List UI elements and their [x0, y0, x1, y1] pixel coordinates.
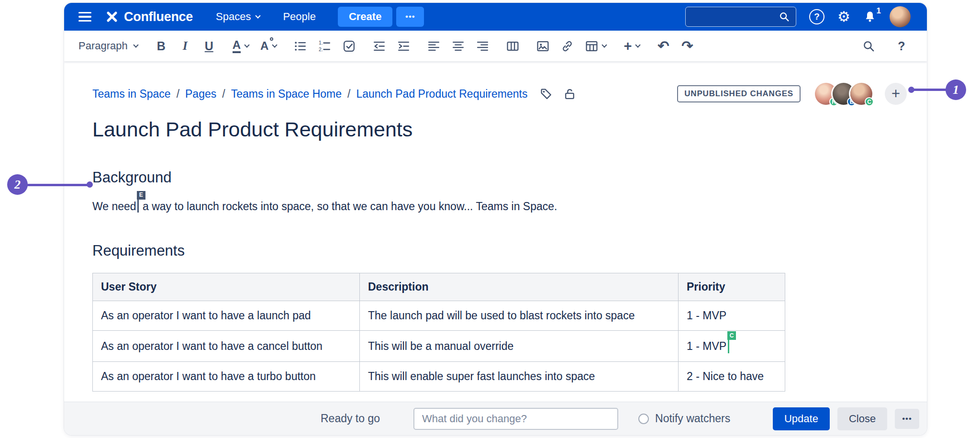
requirements-table: User Story Description Priority As an op…: [92, 273, 785, 392]
gear-icon: ⚙: [837, 9, 850, 24]
collaborator-badge: C: [865, 97, 874, 106]
insert-table-button[interactable]: [585, 37, 606, 55]
people-link[interactable]: People: [283, 11, 316, 23]
insert-more-button[interactable]: +: [624, 37, 640, 55]
spaces-menu[interactable]: Spaces: [216, 11, 260, 23]
breadcrumb-separator: /: [216, 88, 231, 101]
chevron-down-icon: [602, 42, 607, 47]
task-list-button[interactable]: [343, 37, 356, 55]
breadcrumb-link-current[interactable]: Launch Pad Product Requirements: [356, 88, 527, 101]
undo-icon: ↶: [657, 39, 669, 53]
insert-image-button[interactable]: [536, 37, 549, 55]
collaborator-cursor-c: C: [728, 339, 729, 353]
notify-watchers-label[interactable]: Notify watchers: [655, 412, 730, 425]
editor-help-button[interactable]: ?: [895, 37, 908, 55]
table-cell[interactable]: This will be a manual override: [360, 331, 679, 362]
bullet-list-button[interactable]: [294, 37, 307, 55]
footer-more-button[interactable]: •••: [895, 409, 919, 429]
paragraph-style-dropdown[interactable]: Paragraph: [78, 37, 138, 55]
change-comment-input[interactable]: [413, 408, 618, 430]
requirements-heading[interactable]: Requirements: [92, 242, 899, 259]
update-button[interactable]: Update: [773, 407, 830, 430]
user-avatar[interactable]: [890, 6, 911, 27]
align-center-button[interactable]: [452, 37, 465, 55]
create-button[interactable]: Create: [338, 7, 392, 27]
bullet-list-icon: [294, 40, 307, 53]
notify-watchers-checkbox[interactable]: [638, 414, 649, 424]
table-cell[interactable]: This will enable super fast launches int…: [360, 362, 679, 392]
page-title[interactable]: Launch Pad Product Requirements: [92, 118, 899, 141]
table-cell[interactable]: As an operator I want to have a launch p…: [93, 301, 360, 331]
collaborator-avatar[interactable]: C: [850, 83, 872, 105]
breadcrumb-link-home[interactable]: Teams in Space Home: [231, 88, 342, 101]
notifications-button[interactable]: 1: [863, 10, 877, 23]
invite-editors-button[interactable]: +: [885, 83, 907, 105]
annotation-marker-1: 1: [946, 79, 966, 100]
collaborator-avatars: R E C: [815, 83, 872, 105]
plus-icon: +: [624, 39, 632, 53]
indent-button[interactable]: [397, 37, 410, 55]
insert-link-button[interactable]: [561, 37, 574, 55]
underline-button[interactable]: U: [203, 37, 215, 55]
hamburger-icon: [78, 12, 91, 14]
table-cell[interactable]: The launch pad will be used to blast roc…: [360, 301, 679, 331]
table-cell[interactable]: 2 - Nice to have: [679, 362, 785, 392]
menu-button[interactable]: [78, 12, 91, 22]
confluence-home-button[interactable]: [106, 11, 118, 23]
header-search[interactable]: [685, 7, 796, 27]
table-row: As an operator I want to have a turbo bu…: [93, 362, 785, 392]
unpublished-changes-badge: UNPUBLISHED CHANGES: [677, 85, 801, 102]
redo-icon: ↷: [681, 39, 693, 53]
search-icon: [862, 40, 875, 53]
italic-button[interactable]: I: [179, 37, 191, 55]
text-styles-button[interactable]: A: [260, 37, 277, 55]
align-right-button[interactable]: [476, 37, 489, 55]
collaborator-cursor-label: E: [137, 191, 145, 200]
bold-button[interactable]: B: [155, 37, 167, 55]
table-cell[interactable]: 1 - MVPC: [679, 331, 785, 362]
outdent-button[interactable]: [373, 37, 386, 55]
page-layout-button[interactable]: [506, 37, 519, 55]
table-cell[interactable]: As an operator I want to have a cancel b…: [93, 331, 360, 362]
bell-icon: [863, 10, 877, 23]
save-status-text: Ready to go: [321, 412, 380, 425]
table-header-row: User Story Description Priority: [93, 273, 785, 301]
breadcrumb-link-space[interactable]: Teams in Space: [92, 88, 171, 101]
editor-toolbar: Paragraph B I U A A: [64, 31, 927, 61]
columns-layout-icon: [506, 40, 519, 53]
text-color-button[interactable]: A: [233, 37, 249, 55]
background-heading[interactable]: Background: [92, 169, 899, 186]
column-header[interactable]: Priority: [679, 273, 785, 301]
labels-button[interactable]: [540, 88, 553, 101]
close-button[interactable]: Close: [837, 407, 887, 430]
create-more-button[interactable]: •••: [396, 7, 424, 27]
restrictions-button[interactable]: [563, 88, 576, 101]
column-header[interactable]: User Story: [93, 273, 360, 301]
image-icon: [536, 40, 549, 53]
question-mark-icon: ?: [814, 11, 820, 22]
svg-text:2.: 2.: [319, 46, 323, 52]
redo-button[interactable]: ↷: [681, 37, 693, 55]
column-header[interactable]: Description: [360, 273, 679, 301]
find-replace-button[interactable]: [862, 37, 875, 55]
settings-button[interactable]: ⚙: [837, 10, 850, 24]
breadcrumb-link-pages[interactable]: Pages: [185, 88, 216, 101]
numbered-list-icon: 1. 2.: [318, 40, 331, 53]
background-paragraph[interactable]: We needE a way to launch rockets into sp…: [92, 199, 899, 214]
numbered-list-button[interactable]: 1. 2.: [318, 37, 331, 55]
confluence-logo-icon: [106, 11, 118, 23]
help-button[interactable]: ?: [809, 9, 824, 24]
annotation-2-line: [17, 184, 90, 186]
breadcrumb: Teams in Space / Pages / Teams in Space …: [92, 82, 907, 105]
chevron-down-icon: [635, 42, 641, 47]
table-cell[interactable]: As an operator I want to have a turbo bu…: [93, 362, 360, 392]
link-icon: [561, 40, 574, 53]
align-left-button[interactable]: [427, 37, 440, 55]
text-color-icon: A: [233, 39, 241, 53]
header-search-input[interactable]: [686, 11, 779, 22]
outdent-icon: [373, 40, 386, 53]
undo-button[interactable]: ↶: [657, 37, 669, 55]
breadcrumb-separator: /: [171, 88, 185, 101]
align-right-icon: [476, 40, 489, 53]
table-cell[interactable]: 1 - MVP: [679, 301, 785, 331]
